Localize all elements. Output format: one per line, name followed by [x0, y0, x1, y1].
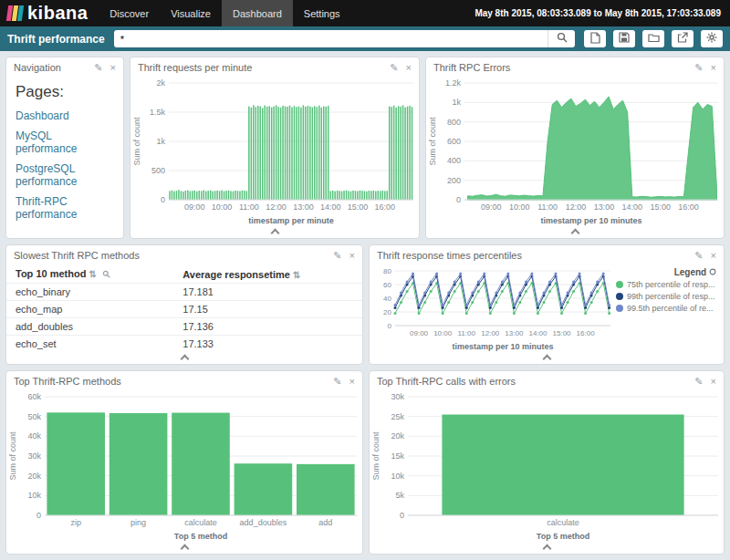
search-button[interactable] [548, 30, 575, 47]
svg-text:0: 0 [161, 195, 165, 204]
svg-text:13:00: 13:00 [293, 202, 314, 212]
svg-text:timestamp per 10 minutes: timestamp per 10 minutes [540, 216, 641, 225]
page-link-postgresql[interactable]: PostgreSQL performance [16, 162, 114, 188]
table-row[interactable]: echo_map17.15 [6, 301, 362, 318]
edit-icon[interactable]: ✎ [694, 250, 703, 262]
legend-item-label: 75th percentile of resp... [627, 280, 715, 289]
table-row[interactable]: echo_set17.133 [6, 336, 362, 353]
nav-item-settings[interactable]: Settings [293, 0, 351, 26]
table-row[interactable]: add_doubles17.136 [6, 318, 362, 336]
nav-item-dashboard[interactable]: Dashboard [222, 0, 293, 26]
svg-text:add: add [318, 518, 332, 527]
column-header-method[interactable]: Top 10 method⇅ [6, 265, 173, 284]
svg-text:09:00: 09:00 [410, 329, 429, 337]
magnifier-icon[interactable] [102, 269, 110, 280]
svg-text:25k: 25k [391, 412, 404, 421]
panel-thrift-rpc-errors-header[interactable]: Thrift RPC Errors ✎ × [426, 57, 724, 78]
legend-swatch-icon [616, 305, 623, 312]
collapse-panel-button[interactable] [130, 226, 419, 238]
dashboard-toolbar [584, 30, 723, 47]
svg-text:Sum of count: Sum of count [132, 117, 141, 166]
collapse-chevron-icon [570, 229, 579, 238]
legend-item[interactable]: 75th percentile of resp... [616, 280, 716, 289]
svg-text:13:00: 13:00 [594, 202, 615, 212]
panel-slowest-methods-header[interactable]: Slowest Thrift RPC methods ✎ × [6, 245, 362, 265]
panel-title: Thrift response times percentiles [377, 250, 694, 261]
collapse-panel-button[interactable] [370, 352, 724, 364]
page-link-thrift-rpc[interactable]: Thrift-RPC performance [16, 195, 114, 221]
panel-thrift-requests-header[interactable]: Thrift requests per minute ✎ × [130, 57, 419, 78]
cell-value: 17.15 [173, 301, 362, 318]
svg-text:10:00: 10:00 [212, 202, 233, 212]
svg-text:13:00: 13:00 [505, 329, 524, 337]
panel-percentiles-header[interactable]: Thrift response times percentiles ✎ × [370, 245, 724, 265]
svg-text:50k: 50k [27, 412, 41, 421]
save-icon [619, 32, 630, 46]
svg-text:timestamp per minute: timestamp per minute [248, 216, 334, 225]
svg-text:calculate: calculate [547, 518, 579, 527]
legend-swatch-icon [616, 281, 623, 288]
percentiles-chart[interactable]: 02040608009:0010:0011:0012:0013:0014:001… [370, 265, 616, 352]
nav-item-visualize[interactable]: Visualize [160, 0, 222, 26]
close-icon[interactable]: × [406, 62, 412, 74]
dashboard-settings-button[interactable] [701, 30, 723, 47]
page-link-mysql[interactable]: MySQL performance [16, 130, 114, 155]
dashboard-grid: Navigation ✎ × Pages: Dashboard MySQL pe… [0, 51, 730, 560]
panel-top-methods-header[interactable]: Top Thrift-RPC methods ✎ × [6, 371, 362, 391]
svg-text:Top 5 method: Top 5 method [537, 532, 589, 541]
time-range-picker[interactable]: May 8th 2015, 08:03:33.089 to May 8th 20… [474, 8, 730, 18]
svg-text:12:00: 12:00 [266, 202, 287, 212]
cell-method: echo_map [6, 301, 173, 318]
table-row[interactable]: echo_binary17.181 [6, 284, 362, 301]
close-icon[interactable]: × [711, 376, 716, 388]
nav-item-discover[interactable]: Discover [99, 0, 160, 26]
page-link-dashboard[interactable]: Dashboard [16, 109, 114, 122]
save-dashboard-button[interactable] [613, 30, 635, 47]
svg-text:80: 80 [383, 267, 391, 275]
panel-navigation-header[interactable]: Navigation ✎ × [6, 57, 123, 78]
panel-top-errors-header[interactable]: Top Thrift-RPC calls with errors ✎ × [370, 371, 724, 391]
svg-text:400: 400 [447, 156, 461, 165]
edit-icon[interactable]: ✎ [333, 250, 341, 262]
svg-text:Sum of count: Sum of count [428, 117, 437, 166]
legend-toggle[interactable]: Legend [616, 267, 716, 277]
legend-toggle-icon [709, 267, 716, 277]
top-methods-chart[interactable]: 010k20k30k40k50k60kzippingcalculateadd_d… [6, 391, 362, 542]
share-dashboard-button[interactable] [672, 30, 694, 47]
svg-text:15:00: 15:00 [650, 202, 671, 212]
legend-item[interactable]: 99.5th percentile of re... [616, 304, 716, 313]
search-group [114, 30, 575, 47]
collapse-panel-button[interactable] [6, 352, 362, 364]
cell-value: 17.136 [173, 318, 362, 336]
svg-text:timestamp per 10 minutes: timestamp per 10 minutes [452, 342, 553, 351]
legend-item[interactable]: 99th percentile of resp... [616, 292, 716, 301]
panel-navigation: Navigation ✎ × Pages: Dashboard MySQL pe… [5, 57, 124, 239]
search-input[interactable] [114, 30, 548, 47]
close-icon[interactable]: × [711, 62, 716, 74]
edit-icon[interactable]: ✎ [94, 62, 102, 74]
edit-icon[interactable]: ✎ [333, 376, 341, 388]
column-label: Average responsetime [182, 269, 290, 280]
edit-icon[interactable]: ✎ [390, 62, 398, 74]
close-icon[interactable]: × [711, 250, 716, 262]
kibana-logo[interactable]: kibana [0, 3, 99, 24]
edit-icon[interactable]: ✎ [694, 376, 703, 388]
requests-per-minute-chart[interactable]: 05001k1.5k2k09:0010:0011:0012:0013:0014:… [130, 78, 419, 226]
top-errors-chart[interactable]: 05k10k15k20k25k30kcalculateSum of countT… [370, 391, 724, 542]
rpc-errors-chart[interactable]: 02004006008001k1.2k09:0010:0011:0012:001… [426, 78, 724, 226]
collapse-panel-button[interactable] [6, 542, 362, 554]
edit-icon[interactable]: ✎ [694, 62, 703, 74]
cell-method: echo_binary [6, 284, 173, 301]
panel-percentiles: Thrift response times percentiles ✎ × 02… [369, 244, 725, 365]
svg-text:14:00: 14:00 [528, 329, 548, 337]
close-icon[interactable]: × [349, 250, 355, 262]
sort-icon[interactable]: ⇅ [293, 270, 300, 280]
column-header-responsetime[interactable]: Average responsetime⇅ [173, 265, 362, 284]
close-icon[interactable]: × [349, 376, 355, 388]
collapse-panel-button[interactable] [426, 226, 724, 238]
collapse-panel-button[interactable] [370, 542, 724, 554]
sort-icon[interactable]: ⇅ [89, 269, 96, 279]
close-icon[interactable]: × [110, 62, 116, 74]
load-dashboard-button[interactable] [642, 30, 664, 47]
new-dashboard-button[interactable] [584, 30, 606, 47]
